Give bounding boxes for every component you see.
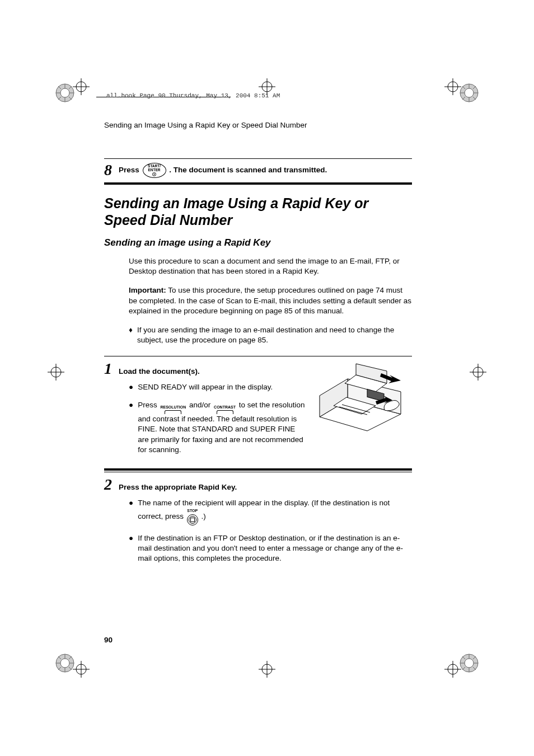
contrast-key-label: CONTRAST	[214, 405, 236, 410]
step-2-b1-b: .)	[201, 512, 205, 520]
step-1-heading: Load the document(s).	[119, 367, 306, 375]
diamond-note: ♦ If you are sending the image to an e-m…	[129, 325, 412, 345]
step-8-text: Press START/ ENTER . The document is sca…	[119, 163, 412, 178]
step-1-bullet-1-text: SEND READY will appear in the display.	[138, 382, 273, 392]
important-text: To use this procedure, the setup procedu…	[129, 286, 411, 314]
important-paragraph: Important: To use this procedure, the se…	[129, 285, 412, 316]
step-2-bullet-1-text: The name of the recipient will appear in…	[138, 498, 412, 525]
diamond-note-text: If you are sending the image to an e-mai…	[137, 325, 412, 345]
svg-point-31	[465, 659, 474, 668]
bullet-icon: ●	[129, 533, 133, 564]
registration-wheel-icon	[55, 83, 75, 103]
crop-mark-icon	[470, 364, 486, 381]
crop-mark-icon	[73, 661, 90, 678]
crop-mark-icon	[444, 78, 461, 95]
important-label: Important:	[129, 286, 166, 294]
crop-mark-icon	[73, 78, 90, 95]
step-2-number: 2	[104, 477, 119, 492]
step-2-b1-a: The name of the recipient will appear in…	[138, 499, 390, 520]
contrast-key-icon: CONTRAST	[214, 405, 236, 414]
registration-wheel-icon	[459, 83, 479, 103]
step-8-text-after: . The document is scanned and transmitte…	[169, 166, 327, 174]
step-1-bullet-2-text: Press RESOLUTION and/or CONTRAST to set …	[138, 400, 306, 455]
subsection-title: Sending an image using a Rapid Key	[104, 237, 412, 248]
start-enter-button-icon: START/ ENTER	[143, 163, 166, 178]
step-2-block: 2 Press the appropriate Rapid Key. ● The…	[104, 472, 412, 564]
resolution-key-icon: RESOLUTION	[160, 405, 186, 414]
step-2-bullet-2-text: If the destination is an FTP or Desktop …	[138, 533, 412, 564]
print-header-text: all.book Page 90 Thursday, May 13, 2004 …	[106, 92, 280, 99]
diamond-bullet-icon: ♦	[129, 325, 133, 345]
stop-button-icon: STOP	[187, 508, 198, 525]
svg-point-11	[465, 88, 474, 97]
printer-illustration	[306, 361, 412, 463]
step-1-block: 1 Load the document(s). ● SEND READY wil…	[104, 356, 412, 471]
step-1-bullet-1: ● SEND READY will appear in the display.	[129, 382, 306, 392]
bullet-icon: ●	[129, 382, 133, 392]
step-1-bullet-2: ● Press RESOLUTION and/or CONTRAST to se…	[129, 400, 306, 455]
intro-paragraph: Use this procedure to scan a document an…	[129, 256, 412, 276]
running-header: Sending an Image Using a Rapid Key or Sp…	[104, 121, 412, 129]
crop-mark-icon	[259, 661, 275, 678]
step-2-bullet-1: ● The name of the recipient will appear …	[129, 498, 412, 525]
step-8-row: 8 Press START/ ENTER . The document is s…	[104, 158, 412, 185]
resolution-key-label: RESOLUTION	[160, 405, 186, 410]
crop-mark-icon	[444, 661, 461, 678]
bullet-icon: ●	[129, 498, 133, 525]
registration-wheel-icon	[55, 653, 75, 673]
crop-mark-icon	[48, 364, 64, 381]
svg-point-1	[60, 88, 69, 97]
step-2-bullet-2: ● If the destination is an FTP or Deskto…	[129, 533, 412, 564]
step-8-text-before: Press	[119, 166, 142, 174]
section-title: Sending an Image Using a Rapid Key or Sp…	[104, 195, 412, 228]
step-1-b2-a: Press	[138, 401, 159, 409]
step-2-heading: Press the appropriate Rapid Key.	[119, 483, 412, 491]
step-8-number: 8	[104, 162, 119, 178]
start-enter-line2: ENTER	[148, 168, 161, 172]
step-1-number: 1	[104, 361, 119, 377]
svg-point-21	[60, 659, 69, 668]
stop-label: STOP	[187, 508, 198, 513]
registration-wheel-icon	[459, 653, 479, 673]
step-1-b2-b: and/or	[189, 401, 213, 409]
bullet-icon: ●	[129, 400, 133, 455]
page-number: 90	[104, 636, 113, 644]
